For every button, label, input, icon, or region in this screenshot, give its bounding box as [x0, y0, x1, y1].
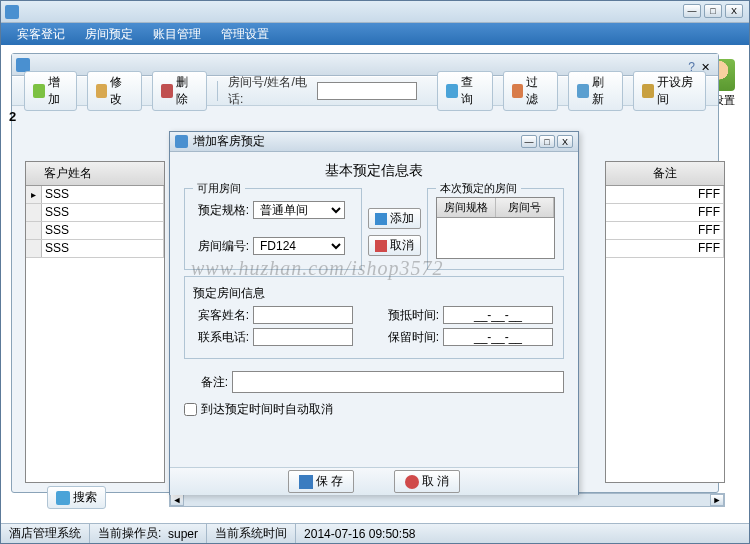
main-title-bar: — □ X: [1, 1, 749, 23]
cell: FFF: [606, 240, 724, 257]
maximize-button[interactable]: □: [704, 4, 722, 18]
close-button[interactable]: X: [725, 4, 743, 18]
grid-row[interactable]: FFF: [606, 222, 724, 240]
room-no-label: 房间编号:: [193, 238, 249, 255]
search-icon: [56, 491, 70, 505]
status-time: 2014-07-16 09:50:58: [296, 524, 423, 543]
dialog-footer: 保 存 取 消: [170, 467, 578, 495]
remark-input[interactable]: [232, 371, 564, 393]
row-marker: [26, 240, 42, 257]
status-operator: 当前操作员: super: [90, 524, 207, 543]
minimize-button[interactable]: —: [683, 4, 701, 18]
menu-mgmt-settings[interactable]: 管理设置: [211, 26, 279, 43]
grid-row[interactable]: FFF: [606, 186, 724, 204]
filter-icon: [512, 84, 524, 98]
cancel-button[interactable]: 取 消: [394, 470, 460, 493]
grid-row[interactable]: SSS: [26, 240, 164, 258]
help-icon[interactable]: ?: [688, 60, 695, 74]
status-bar: 酒店管理系统 当前操作员: super 当前系统时间 2014-07-16 09…: [1, 523, 749, 543]
col-no: 房间号: [496, 198, 555, 217]
booked-rooms-fieldset: 本次预定的房间 房间规格 房间号: [427, 188, 564, 270]
disk-icon: [299, 475, 313, 489]
pencil-icon: [96, 84, 108, 98]
guest-name-label: 宾客姓名:: [193, 307, 249, 324]
auto-cancel-checkbox[interactable]: [184, 403, 197, 416]
scroll-left-icon[interactable]: ◄: [170, 494, 184, 506]
cell: SSS: [42, 204, 164, 221]
dialog-title-bar: 增加客房预定 — □ X: [170, 132, 578, 152]
menu-bar: 宾客登记 房间预定 账目管理 管理设置: [1, 23, 749, 45]
contact-input[interactable]: [253, 328, 353, 346]
grid-row[interactable]: SSS: [26, 186, 164, 204]
search-input[interactable]: [317, 82, 417, 100]
grid-header-name: 客户姓名: [26, 162, 164, 186]
sub-close-icon[interactable]: ✕: [701, 61, 710, 74]
grid-row[interactable]: FFF: [606, 240, 724, 258]
edit-button[interactable]: 修 改: [87, 71, 142, 111]
grid-row[interactable]: SSS: [26, 222, 164, 240]
add-button[interactable]: 增加: [24, 71, 77, 111]
status-system: 酒店管理系统: [1, 524, 90, 543]
add-room-button[interactable]: 添加: [368, 208, 421, 229]
open-room-button[interactable]: 开设房间: [633, 71, 706, 111]
guest-name-input[interactable]: [253, 306, 353, 324]
horizontal-scrollbar[interactable]: ◄ ►: [169, 493, 725, 507]
search-button[interactable]: 搜索: [47, 486, 106, 509]
add-reservation-dialog: 增加客房预定 — □ X 基本预定信息表 可用房间 预定规格: 普通单间 房间编…: [169, 131, 579, 495]
arrive-label: 预抵时间:: [383, 307, 439, 324]
index-number: 2: [9, 109, 16, 124]
row-marker-icon: [26, 186, 42, 203]
row-marker: [26, 222, 42, 239]
separator: [217, 81, 218, 101]
app-icon: [5, 5, 19, 19]
sub-window-icon: [16, 58, 30, 72]
search-icon: [446, 84, 458, 98]
cell: SSS: [42, 186, 164, 203]
dialog-title: 增加客房预定: [193, 133, 265, 150]
remark-label: 备注:: [184, 374, 228, 391]
grid-row[interactable]: SSS: [26, 204, 164, 222]
dialog-minimize-button[interactable]: —: [521, 135, 537, 148]
menu-room-reserve[interactable]: 房间预定: [75, 26, 143, 43]
keep-input[interactable]: [443, 328, 553, 346]
scroll-right-icon[interactable]: ►: [710, 494, 724, 506]
menu-guest-checkin[interactable]: 宾客登记: [7, 26, 75, 43]
remove-room-button[interactable]: 取消: [368, 235, 421, 256]
row-marker: [26, 204, 42, 221]
grid-header-remark: 备注: [606, 162, 724, 186]
main-window: — □ X 宾客登记 房间预定 账目管理 管理设置 间设置 ? ✕ 增加 修 改…: [0, 0, 750, 544]
toolbar: 增加 修 改 删 除 房间号/姓名/电话: 查 询 过 滤 刷 新 开设房间: [12, 76, 718, 106]
booked-rooms-legend: 本次预定的房间: [436, 181, 521, 196]
delete-button[interactable]: 删 除: [152, 71, 207, 111]
booking-info-fieldset: 预定房间信息 宾客姓名: 联系电话: 预抵时间: 保留时间:: [184, 276, 564, 359]
contact-label: 联系电话:: [193, 329, 249, 346]
cell: FFF: [606, 186, 724, 203]
spec-select[interactable]: 普通单间: [253, 201, 345, 219]
auto-cancel-label: 到达预定时间时自动取消: [201, 401, 333, 418]
refresh-button[interactable]: 刷 新: [568, 71, 623, 111]
trash-icon: [161, 84, 173, 98]
dialog-icon: [175, 135, 188, 148]
cell: FFF: [606, 222, 724, 239]
status-time-label: 当前系统时间: [207, 524, 296, 543]
booking-info-legend: 预定房间信息: [193, 286, 265, 300]
door-icon: [642, 84, 654, 98]
customer-grid[interactable]: 客户姓名 SSS SSS SSS SSS: [25, 161, 165, 483]
dialog-maximize-button[interactable]: □: [539, 135, 555, 148]
col-spec: 房间规格: [437, 198, 496, 217]
available-rooms-fieldset: 可用房间 预定规格: 普通单间 房间编号: FD124: [184, 188, 362, 270]
cell: FFF: [606, 204, 724, 221]
room-no-select[interactable]: FD124: [253, 237, 345, 255]
remark-grid[interactable]: 备注 FFF FFF FFF FFF: [605, 161, 725, 483]
booked-rooms-grid[interactable]: 房间规格 房间号: [436, 197, 555, 259]
dialog-close-button[interactable]: X: [557, 135, 573, 148]
arrive-input[interactable]: [443, 306, 553, 324]
grid-row[interactable]: FFF: [606, 204, 724, 222]
menu-account-mgmt[interactable]: 账目管理: [143, 26, 211, 43]
cancel-icon: [405, 475, 419, 489]
query-button[interactable]: 查 询: [437, 71, 492, 111]
plus-icon: [33, 84, 45, 98]
save-button[interactable]: 保 存: [288, 470, 354, 493]
search-label: 房间号/姓名/电话:: [228, 74, 307, 108]
filter-button[interactable]: 过 滤: [503, 71, 558, 111]
